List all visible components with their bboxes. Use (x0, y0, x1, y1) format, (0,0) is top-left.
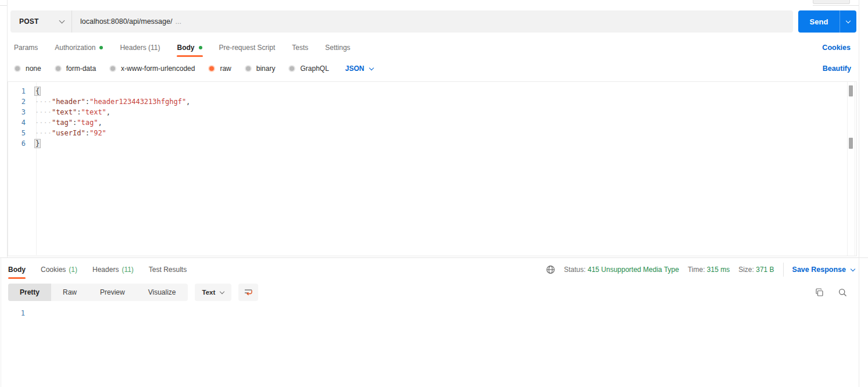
code-line: 5····"userId":"92" (8, 128, 845, 138)
tab-authorization[interactable]: Authorization (55, 40, 103, 56)
mode-x-www-form-urlencoded[interactable]: x-www-form-urlencoded (109, 64, 195, 73)
mode-graphql[interactable]: GraphQL (288, 64, 328, 73)
scrollbar-track-border (847, 82, 848, 256)
line-number: 1 (0, 308, 30, 318)
response-tabs: Body Cookies (1) Headers (11) Test Resul… (8, 261, 187, 278)
body-mode-row: none form-data x-www-form-urlencoded raw… (14, 62, 373, 76)
tab-body[interactable]: Body (177, 40, 202, 56)
green-dot-icon (99, 46, 103, 49)
cookies-link[interactable]: Cookies (822, 44, 851, 52)
request-tabs: Params Authorization Headers (11) Body P… (14, 40, 351, 56)
size-value: 371 B (756, 266, 774, 274)
code-line: 1{ (8, 86, 845, 96)
beautify-link[interactable]: Beautify (823, 64, 851, 73)
chevron-down-icon (59, 18, 65, 24)
save-response-button[interactable]: Save Response (792, 266, 855, 274)
mode-none[interactable]: none (14, 64, 41, 73)
response-tab-headers[interactable]: Headers (11) (92, 261, 134, 278)
status-value: 415 Unsupported Media Type (588, 266, 679, 274)
request-code: 1{2····"header":"header123443213hfghgf",… (8, 86, 845, 149)
response-actions (815, 288, 848, 298)
scrollbar-thumb[interactable] (849, 85, 853, 96)
method-label: POST (19, 17, 38, 26)
vertical-divider (783, 263, 784, 277)
line-number: 5 (8, 128, 31, 138)
response-view-switcher: Pretty Raw Preview Visualize (8, 284, 188, 301)
tab-pre-request-script[interactable]: Pre-request Script (219, 40, 276, 56)
code-line: 6} (8, 138, 845, 149)
radio-icon (288, 65, 295, 72)
method-select[interactable]: POST (10, 10, 72, 33)
tab-headers[interactable]: Headers (11) (120, 40, 160, 56)
code-line: 1 (0, 308, 849, 318)
send-button[interactable]: Send (798, 10, 856, 33)
top-right-divider (813, 5, 859, 6)
time-value: 315 ms (707, 266, 730, 274)
response-tab-test-results[interactable]: Test Results (149, 261, 187, 278)
line-number: 6 (8, 138, 31, 149)
radio-selected-icon (208, 65, 215, 72)
postman-request-view: POST localhost:8080/api/message/ ... Sen… (0, 0, 868, 387)
time-pair: Time: 315 ms (688, 266, 730, 274)
request-url-bar: POST localhost:8080/api/message/ ... Sen… (10, 10, 856, 33)
line-number: 4 (8, 117, 31, 128)
chevron-down-icon (369, 65, 373, 70)
network-icon[interactable] (546, 265, 555, 274)
code-line: 3····"text":"text", (8, 107, 845, 117)
language-select[interactable]: JSON (345, 64, 373, 73)
status-pair: Status: 415 Unsupported Media Type (564, 266, 679, 274)
text-wrap-icon (244, 288, 253, 297)
response-tab-cookies[interactable]: Cookies (1) (41, 261, 77, 278)
code-line: 4····"tag":"tag", (8, 117, 845, 128)
wrap-text-button[interactable] (238, 284, 258, 301)
scrollbar-marker (849, 138, 853, 149)
view-pretty[interactable]: Pretty (8, 284, 51, 301)
scrollbar-track-border (855, 82, 855, 256)
line-number: 1 (8, 86, 31, 96)
response-tab-body[interactable]: Body (8, 261, 26, 278)
view-visualize[interactable]: Visualize (137, 284, 188, 301)
cutoff-toolbar-element (813, 0, 850, 4)
top-left-divider (0, 5, 7, 6)
panel-right-border (859, 0, 859, 387)
tab-tests[interactable]: Tests (292, 40, 308, 56)
view-raw[interactable]: Raw (51, 284, 88, 301)
url-ellipsis: ... (175, 17, 181, 26)
response-format-select[interactable]: Text (195, 284, 232, 301)
cookies-count: (1) (69, 266, 77, 274)
view-preview[interactable]: Preview (88, 284, 137, 301)
tab-settings[interactable]: Settings (325, 40, 350, 56)
mode-binary[interactable]: binary (245, 64, 276, 73)
tab-params[interactable]: Params (14, 40, 38, 56)
radio-icon (245, 65, 252, 72)
response-left-border (1, 258, 1, 387)
mode-form-data[interactable]: form-data (55, 64, 96, 73)
send-options-button[interactable] (840, 10, 856, 33)
response-body-editor[interactable]: 1 (0, 308, 849, 318)
copy-icon[interactable] (815, 288, 824, 298)
radio-icon (109, 65, 116, 72)
url-value: localhost:8080/api/message/ (80, 17, 172, 26)
headers-count: (11) (122, 266, 133, 274)
radio-icon (55, 65, 62, 72)
radio-icon (14, 65, 21, 72)
search-icon[interactable] (838, 288, 848, 298)
chevron-down-icon (220, 289, 224, 293)
response-meta: Status: 415 Unsupported Media Type Time:… (546, 261, 855, 278)
response-toolbar: Pretty Raw Preview Visualize Text (8, 284, 258, 301)
chevron-down-icon (851, 266, 855, 271)
url-input[interactable]: localhost:8080/api/message/ ... (72, 10, 793, 33)
green-dot-icon (199, 46, 202, 49)
code-line: 2····"header":"header123443213hfghgf", (8, 96, 845, 107)
size-pair: Size: 371 B (738, 266, 774, 274)
mode-raw[interactable]: raw (208, 64, 231, 73)
line-number: 2 (8, 96, 31, 107)
response-divider (0, 257, 868, 258)
request-body-editor[interactable]: 1{2····"header":"header123443213hfghgf",… (8, 81, 857, 256)
send-label: Send (798, 10, 840, 33)
chevron-down-icon (846, 18, 851, 23)
line-number: 3 (8, 107, 31, 117)
